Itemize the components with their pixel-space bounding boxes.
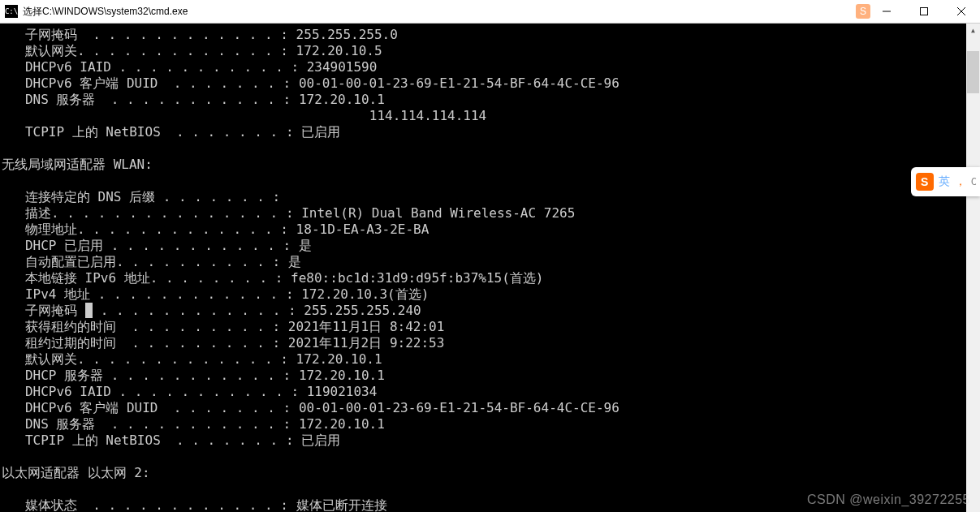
- terminal-output[interactable]: 子网掩码 . . . . . . . . . . . . : 255.255.2…: [0, 24, 980, 512]
- vertical-scrollbar[interactable]: ▲: [966, 24, 980, 512]
- ime-separator: ，: [955, 174, 966, 189]
- window-buttons: S: [844, 0, 980, 24]
- maximize-button[interactable]: [905, 0, 943, 24]
- titlebar-extra-icon: S: [844, 0, 868, 24]
- window-titlebar: C:\ 选择C:\WINDOWS\system32\cmd.exe S: [0, 0, 980, 24]
- cmd-icon: C:\: [5, 5, 18, 18]
- close-button[interactable]: [943, 0, 980, 24]
- scrollbar-thumb[interactable]: [967, 51, 979, 93]
- scroll-up-icon[interactable]: ▲: [966, 24, 980, 37]
- svg-rect-1: [921, 8, 928, 15]
- ime-language-label: 英: [939, 174, 950, 189]
- sogou-icon: S: [916, 173, 934, 191]
- ime-mode-letter: C: [971, 176, 977, 187]
- ime-floating-badge[interactable]: S 英 ， C: [911, 167, 980, 196]
- window-title: 选择C:\WINDOWS\system32\cmd.exe: [23, 5, 844, 19]
- minimize-button[interactable]: [868, 0, 905, 24]
